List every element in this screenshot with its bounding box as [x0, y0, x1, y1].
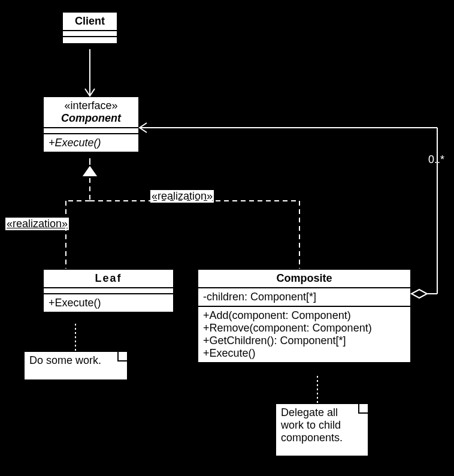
note-fold-icon	[358, 404, 368, 414]
note-fold-icon	[117, 352, 127, 361]
component-attributes	[44, 128, 138, 134]
composite-add: +Add(component: Component)	[203, 309, 405, 322]
label-multiplicity: 0..*	[427, 153, 446, 166]
composite-getchildren: +GetChildren(): Component[*]	[203, 335, 405, 347]
composite-children-attr: -children: Component[*]	[203, 291, 405, 303]
note-composite-l3: components.	[281, 432, 363, 444]
composite-title: Composite	[198, 270, 410, 288]
component-stereotype: «interface»	[64, 100, 117, 112]
component-name: Component	[61, 112, 121, 124]
note-leaf: Do some work.	[23, 351, 128, 381]
component-title: «interface» Component	[44, 97, 138, 128]
note-composite: Delegate all work to child components.	[275, 403, 369, 457]
label-realization-left: «realization»	[5, 218, 69, 230]
component-execute: +Execute()	[49, 137, 134, 149]
label-realization-right: «realization»	[150, 190, 214, 203]
note-leaf-text: Do some work.	[29, 354, 101, 366]
note-composite-l2: work to child	[281, 419, 363, 432]
svg-marker-11	[411, 290, 427, 298]
svg-marker-1	[81, 165, 98, 177]
note-composite-l1: Delegate all	[281, 406, 363, 419]
leaf-execute: +Execute()	[49, 297, 168, 309]
leaf-operations: +Execute()	[44, 294, 173, 312]
component-operations: +Execute()	[44, 134, 138, 152]
client-operations	[63, 37, 117, 43]
uml-class-composite: Composite -children: Component[*] +Add(c…	[197, 269, 411, 363]
client-attributes	[63, 31, 117, 37]
client-title: Client	[63, 13, 117, 31]
composite-execute: +Execute()	[203, 347, 405, 360]
composite-operations: +Add(component: Component) +Remove(compo…	[198, 307, 410, 362]
leaf-title: Leaf	[44, 270, 173, 288]
uml-class-leaf: Leaf +Execute()	[43, 269, 174, 313]
composite-attributes: -children: Component[*]	[198, 288, 410, 307]
uml-class-client: Client	[62, 11, 118, 44]
uml-class-component: «interface» Component +Execute()	[43, 96, 140, 153]
connectors	[0, 0, 454, 476]
leaf-attributes	[44, 288, 173, 294]
composite-remove: +Remove(component: Component)	[203, 322, 405, 335]
